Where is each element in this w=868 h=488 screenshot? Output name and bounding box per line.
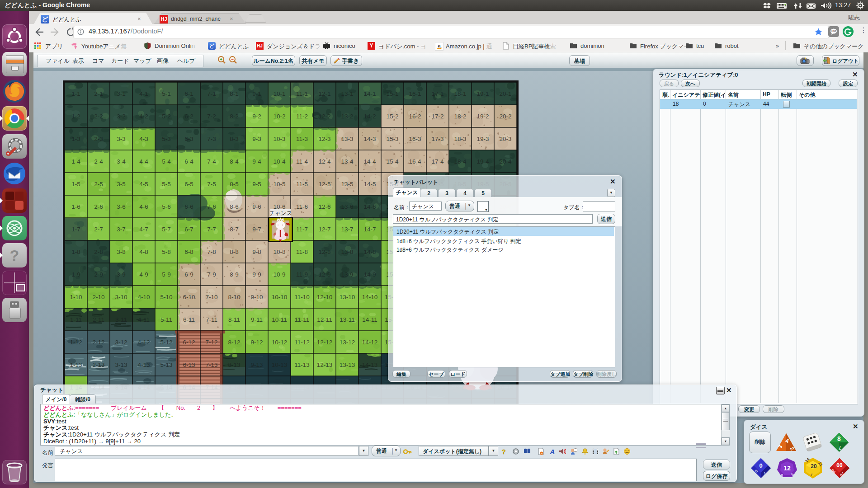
svg-text:11-3: 11-3: [296, 136, 308, 142]
svg-text:6-8: 6-8: [184, 249, 193, 255]
svg-text:2-10: 2-10: [92, 294, 104, 300]
svg-text:4-5: 4-5: [139, 181, 148, 188]
svg-text:7-10: 7-10: [205, 294, 217, 300]
svg-text:20-3: 20-3: [499, 136, 511, 142]
svg-text:9-7: 9-7: [252, 226, 261, 233]
svg-text:13-10: 13-10: [340, 294, 355, 300]
svg-text:?: ?: [501, 448, 505, 455]
svg-text:20-2: 20-2: [499, 113, 511, 120]
svg-text:14-13: 14-13: [362, 361, 378, 368]
svg-text:7-12: 7-12: [205, 339, 217, 346]
svg-text:5-4: 5-4: [162, 158, 171, 165]
svg-text:15-3: 15-3: [386, 136, 398, 142]
svg-text:チャンス: チャンス: [269, 210, 292, 216]
svg-text:18-3: 18-3: [454, 136, 466, 142]
svg-text:8-3: 8-3: [230, 136, 239, 142]
svg-text:13-13: 13-13: [340, 361, 355, 368]
svg-text:6-3: 6-3: [184, 136, 193, 142]
svg-text:5-10: 5-10: [160, 294, 172, 300]
svg-text:11-11: 11-11: [295, 316, 310, 323]
svg-text:11-5: 11-5: [296, 181, 308, 188]
svg-text:11-9: 11-9: [296, 271, 308, 278]
svg-text:8-6: 8-6: [230, 203, 239, 210]
svg-text:19-2: 19-2: [476, 113, 489, 120]
svg-text:17-4: 17-4: [431, 158, 444, 165]
svg-text:12-6: 12-6: [318, 203, 330, 210]
svg-text:12-1: 12-1: [318, 90, 330, 97]
svg-text:12-8: 12-8: [318, 249, 330, 255]
svg-text:14-9: 14-9: [363, 271, 376, 278]
svg-text:8-13: 8-13: [228, 361, 240, 368]
svg-text:8-1: 8-1: [230, 90, 239, 97]
svg-text:3-3: 3-3: [117, 136, 126, 142]
svg-text:3-8: 3-8: [117, 249, 126, 255]
svg-text:13-6: 13-6: [341, 203, 353, 210]
svg-text:7-3: 7-3: [207, 136, 216, 142]
svg-text:19-3: 19-3: [476, 136, 489, 142]
svg-text:3-12: 3-12: [115, 339, 127, 346]
svg-text:18-4: 18-4: [454, 158, 467, 165]
svg-text:11-10: 11-10: [294, 294, 310, 300]
svg-text:9-11: 9-11: [251, 316, 263, 323]
svg-text:4-6: 4-6: [139, 203, 148, 210]
svg-text:7-13: 7-13: [205, 361, 217, 368]
svg-text:0: 0: [759, 462, 762, 469]
svg-text:12-7: 12-7: [318, 226, 330, 233]
svg-text:16-4: 16-4: [409, 158, 421, 165]
svg-text:2-1: 2-1: [94, 90, 103, 97]
svg-text:4-12: 4-12: [137, 339, 150, 346]
svg-text:8: 8: [837, 435, 841, 442]
svg-text:6-4: 6-4: [184, 158, 193, 165]
svg-text:6-13: 6-13: [183, 361, 195, 368]
svg-text:10-6: 10-6: [273, 203, 285, 210]
svg-text:8-9: 8-9: [230, 271, 239, 278]
svg-text:14-8: 14-8: [363, 249, 376, 255]
svg-text:11-1: 11-1: [296, 90, 308, 97]
svg-text:6-7: 6-7: [184, 226, 193, 233]
svg-text:4-4: 4-4: [139, 158, 148, 165]
svg-text:13-3: 13-3: [341, 136, 353, 142]
svg-text:17-3: 17-3: [431, 136, 443, 142]
svg-text:1-4: 1-4: [71, 158, 80, 165]
svg-text:7-7: 7-7: [207, 226, 216, 233]
svg-text:12-4: 12-4: [318, 158, 331, 165]
svg-text:5-8: 5-8: [162, 249, 171, 255]
svg-text:3-6: 3-6: [117, 203, 126, 210]
svg-text:10-4: 10-4: [273, 158, 286, 165]
svg-text:7-5: 7-5: [207, 181, 216, 188]
svg-text:7: 7: [811, 473, 813, 477]
svg-text:4-11: 4-11: [138, 316, 150, 323]
svg-text:7-6: 7-6: [207, 203, 216, 210]
svg-text:10-8: 10-8: [273, 249, 285, 255]
svg-text:10-12: 10-12: [272, 339, 288, 346]
svg-text:20-4: 20-4: [499, 158, 512, 165]
svg-text:8-8: 8-8: [230, 249, 239, 255]
svg-text:19-4: 19-4: [476, 158, 489, 165]
svg-text:2-6: 2-6: [94, 203, 103, 210]
svg-text:a: a: [438, 43, 441, 48]
svg-text:1-3: 1-3: [71, 136, 80, 142]
svg-text:1-1: 1-1: [71, 90, 80, 97]
svg-text:3-4: 3-4: [117, 158, 126, 165]
svg-text:10-3: 10-3: [273, 136, 285, 142]
svg-text:5-5: 5-5: [162, 181, 171, 188]
svg-text:13-8: 13-8: [341, 249, 353, 255]
svg-text:7: 7: [839, 445, 841, 450]
svg-text:7-4: 7-4: [207, 158, 216, 165]
svg-text:2-2: 2-2: [94, 113, 103, 120]
svg-text:3-5: 3-5: [117, 181, 126, 188]
svg-text:6-11: 6-11: [183, 316, 195, 323]
svg-text:3-2: 3-2: [117, 113, 126, 120]
svg-text:12-12: 12-12: [317, 339, 333, 346]
svg-text:9-8: 9-8: [252, 249, 261, 255]
svg-text:8: 8: [781, 473, 783, 478]
svg-text:14-1: 14-1: [363, 90, 376, 97]
svg-text:1-13: 1-13: [70, 361, 82, 368]
svg-text:4-10: 4-10: [137, 294, 150, 300]
svg-text:4-8: 4-8: [139, 249, 148, 255]
svg-text:4-13: 4-13: [137, 361, 150, 368]
svg-text:15-4: 15-4: [386, 158, 399, 165]
svg-text:00: 00: [836, 462, 843, 469]
svg-text:2-13: 2-13: [92, 361, 104, 368]
svg-text:11-7: 11-7: [296, 226, 308, 233]
